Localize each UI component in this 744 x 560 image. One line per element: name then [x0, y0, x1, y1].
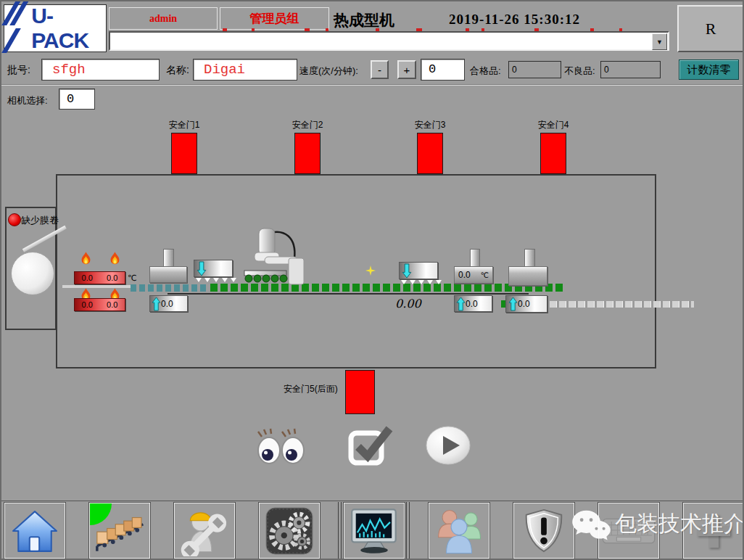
clear-count-button[interactable]: 计数清零: [679, 59, 739, 80]
conveyor-infeed: [131, 284, 209, 292]
camera-select-value: 0: [59, 89, 94, 109]
toolbar-production-button[interactable]: [89, 503, 150, 559]
forming-press-cylinder: [163, 249, 174, 268]
machine-enclosure: [56, 174, 656, 368]
sealing-value: 0.0: [466, 299, 478, 309]
film-warning-label: 缺少膜卷: [21, 214, 59, 227]
batch-label: 批号:: [7, 64, 30, 77]
combobox-dropdown-arrow-icon[interactable]: ▼: [652, 33, 667, 50]
batch-value: sfgh: [42, 59, 159, 80]
logo-text: U-PACK: [31, 4, 106, 53]
name-label: 名称:: [166, 64, 189, 77]
alarm-shield-icon: [521, 506, 566, 556]
wechat-icon: [571, 509, 612, 544]
name-value: Digai: [194, 59, 297, 80]
door5-label: 安全门5(后面): [284, 383, 338, 395]
cutting-value-box: 0.0: [505, 295, 547, 313]
speed-input[interactable]: 0: [421, 59, 465, 81]
eyes-icon[interactable]: [256, 427, 307, 469]
speed-minus-button[interactable]: -: [371, 60, 389, 79]
pass-count: 0: [512, 65, 517, 75]
heater-top-value1: 0.0: [82, 273, 93, 282]
toolbar-alarm-button[interactable]: [513, 503, 574, 559]
user-group-box[interactable]: 管理员组: [220, 7, 329, 30]
seal-temp-value: 0.0: [458, 270, 471, 280]
watermark-text: 包装技术推介: [615, 509, 744, 539]
conveyor-rail-line: [168, 293, 529, 295]
toolbar-separator: [341, 502, 342, 559]
door2-status: [294, 133, 321, 174]
datetime: 2019-11-26 15:30:12: [449, 12, 580, 28]
door4-status: [540, 133, 566, 174]
settings-gears-icon: [265, 507, 313, 555]
check-icon[interactable]: [348, 424, 393, 469]
camera-select-label: 相机选择:: [7, 94, 48, 107]
pass-count-box: 0: [508, 61, 561, 78]
punch-pins-2: [401, 280, 442, 284]
toolbar-separator: [406, 502, 407, 559]
logo-slashes-icon: [9, 1, 31, 56]
heater-top-value2: 0.0: [107, 273, 117, 282]
door1-label: 安全门1: [162, 119, 206, 131]
heater-unit-label: ℃: [128, 273, 136, 283]
film-warning-indicator-icon: [8, 213, 21, 226]
user-group: 管理员组: [250, 10, 299, 27]
door3-status: [417, 133, 443, 174]
flame-icon: [80, 251, 92, 269]
camera-select-input[interactable]: 0: [59, 88, 95, 110]
toolbar-home-button[interactable]: [4, 503, 65, 559]
seal-temp-display: 0.0 ℃: [454, 266, 493, 284]
alarm-combobox[interactable]: ▼: [109, 31, 669, 51]
conveyor-outfeed: [550, 301, 694, 308]
seal-station-cylinder: [470, 249, 480, 268]
door3-label: 安全门3: [408, 119, 452, 131]
name-input[interactable]: Digai: [193, 59, 297, 81]
page-title: 热成型机: [334, 10, 394, 30]
cyan-up-arrow-icon: [456, 297, 466, 311]
monitor-icon: [348, 507, 400, 555]
toolbar-users-button[interactable]: [429, 503, 489, 559]
toolbar-separator: [409, 502, 410, 559]
heater-bottom-display: 0.0 0.0: [74, 298, 125, 311]
forming-value-box: 0.0: [149, 295, 188, 312]
cyan-down-arrow-icon: [197, 261, 207, 276]
punch-unit-2: [399, 262, 438, 279]
door4-label: 安全门4: [532, 119, 575, 131]
toolbar-monitor-button[interactable]: [344, 503, 405, 559]
cutting-value: 0.0: [518, 299, 530, 309]
forming-value: 0.0: [161, 299, 173, 309]
cycle-counter: 0.00: [395, 297, 421, 310]
speed-plus-button[interactable]: +: [397, 60, 416, 79]
r-button[interactable]: R: [677, 5, 744, 52]
toolbar-separator: [338, 502, 339, 559]
cyan-up-arrow-icon: [508, 297, 518, 311]
cyan-up-arrow-icon: [152, 297, 161, 311]
punch-unit-1: [194, 260, 233, 277]
toolbar-top-line: [1, 501, 743, 501]
users-icon: [434, 507, 484, 555]
cut-station-base: [508, 266, 547, 286]
toolbar-maintenance-button[interactable]: [174, 503, 235, 559]
current-user-box[interactable]: admin: [109, 7, 218, 30]
play-icon[interactable]: [426, 426, 471, 468]
current-user: admin: [149, 13, 177, 25]
toolbar-settings-button[interactable]: [259, 503, 320, 559]
door1-status: [171, 133, 197, 174]
watermark: 包装技术推介: [571, 509, 744, 544]
maintenance-icon: [179, 506, 230, 556]
sealing-value-box: 0.0: [454, 295, 492, 312]
film-roll-icon: [11, 252, 54, 295]
batch-input[interactable]: sfgh: [41, 59, 160, 81]
heater-bottom-value2: 0.0: [107, 300, 117, 309]
speed-value: 0: [421, 59, 464, 79]
door2-label: 安全门2: [286, 119, 329, 131]
speed-label: 速度(次/分钟):: [299, 65, 358, 78]
fail-count-box: 0: [600, 61, 661, 78]
logo: U-PACK: [4, 4, 107, 52]
cut-station-cylinder: [524, 249, 535, 267]
flame-icon: [109, 251, 121, 269]
hmi-screen: U-PACK admin 管理员组 热成型机 2019-11-26 15:30:…: [0, 0, 744, 560]
home-icon: [9, 508, 61, 553]
divider: [1, 84, 743, 86]
forming-press-base: [149, 266, 187, 283]
